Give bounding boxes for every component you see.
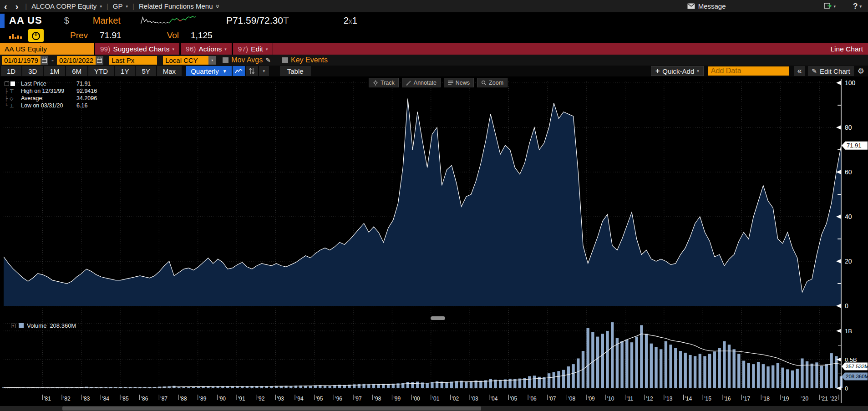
- edit-button[interactable]: 97) Edit ▾: [232, 43, 274, 55]
- key-events-group: Key Events: [282, 56, 328, 64]
- delayed-data-gauge-icon[interactable]: [28, 29, 44, 42]
- tab-6m[interactable]: 6M: [66, 66, 87, 76]
- annotate-pencil-icon: [406, 80, 411, 86]
- bar-chart-type-button[interactable]: [246, 66, 258, 76]
- collapse-box-icon[interactable]: +: [11, 324, 15, 328]
- svg-text:'97: '97: [355, 396, 362, 402]
- svg-text:0: 0: [845, 302, 848, 310]
- envelope-icon: [687, 3, 695, 9]
- ticker-symbol: AA US: [9, 15, 42, 26]
- divider: |: [130, 2, 137, 10]
- start-date-field[interactable]: 01/01/1979: [2, 56, 41, 65]
- legend-label: Average: [21, 95, 76, 101]
- divider: |: [104, 2, 111, 10]
- svg-text:'88: '88: [180, 396, 187, 402]
- divider: |: [22, 2, 30, 10]
- svg-text:'16: '16: [724, 396, 731, 402]
- actions-button[interactable]: 96) Actions ▾: [180, 43, 232, 55]
- function-menu[interactable]: GP ▾: [111, 2, 130, 10]
- svg-text:'20: '20: [802, 396, 809, 402]
- legend-row-last-price: - Last Price 71.91: [5, 80, 97, 87]
- svg-text:'01: '01: [432, 396, 440, 402]
- collapse-box-icon[interactable]: -: [5, 81, 9, 86]
- security-context-tab[interactable]: AA US Equity: [0, 43, 94, 55]
- zoom-button[interactable]: Zoom: [477, 78, 508, 87]
- suggested-charts-button[interactable]: 99) Suggested Charts ▾: [94, 43, 180, 55]
- edit-chart-button[interactable]: ✎ Edit Chart: [808, 66, 853, 76]
- top-menu-bar: ‹ › | ALCOA CORP Equity ▾ | GP ▾ | Relat…: [0, 0, 868, 12]
- chart-settings-row: 01/01/1979 - 02/10/2022 Last Px Local CC…: [0, 55, 868, 66]
- tab-1m[interactable]: 1M: [44, 66, 65, 76]
- panel-layout-indicator[interactable]: 2x1: [344, 15, 357, 26]
- mov-avgs-checkbox[interactable]: [223, 57, 228, 63]
- security-menu-label: ALCOA CORP Equity: [31, 2, 96, 10]
- end-date-field[interactable]: 02/10/2022: [57, 56, 96, 65]
- annotate-button[interactable]: Annotate: [402, 78, 441, 87]
- chevron-down-icon: ▾: [126, 4, 128, 9]
- add-data-input[interactable]: [708, 66, 789, 76]
- svg-text:'98: '98: [374, 396, 381, 402]
- gear-icon[interactable]: ⚙: [857, 66, 868, 76]
- chart-type-dropdown[interactable]: ▾: [259, 66, 269, 76]
- price-type-field[interactable]: Last Px: [109, 56, 157, 65]
- pencil-icon[interactable]: ✎: [265, 56, 271, 64]
- pane-divider-handle[interactable]: [431, 316, 445, 320]
- svg-text:'15: '15: [704, 396, 711, 402]
- legend-label: High on 12/31/99: [21, 88, 76, 94]
- bar-style-icon: [249, 68, 255, 74]
- help-label: ?: [853, 2, 858, 11]
- forward-icon[interactable]: ›: [11, 1, 23, 12]
- tab-1y[interactable]: 1Y: [115, 66, 135, 76]
- legend-value: 34.2096: [76, 95, 97, 101]
- tab-5y[interactable]: 5Y: [136, 66, 156, 76]
- double-chevron-down-icon: »: [214, 5, 221, 8]
- quote-suffix: T: [283, 15, 289, 25]
- tab-ytd[interactable]: YTD: [88, 66, 114, 76]
- svg-text:'03: '03: [471, 396, 478, 402]
- news-button[interactable]: News: [444, 78, 474, 87]
- low-marker-icon: ⊥: [10, 103, 14, 109]
- track-button[interactable]: Track: [369, 78, 399, 87]
- calendar-icon[interactable]: [41, 56, 48, 65]
- svg-text:'83: '83: [83, 396, 90, 402]
- help-menu[interactable]: ? ▾: [853, 2, 862, 11]
- tree-branch: ├: [5, 96, 8, 101]
- mov-avgs-label: Mov Avgs: [231, 56, 263, 64]
- svg-text:'06: '06: [529, 396, 537, 402]
- interval-select[interactable]: Quarterly ▼: [186, 66, 232, 76]
- back-icon[interactable]: ‹: [0, 1, 11, 12]
- tab-3d[interactable]: 3D: [22, 66, 43, 76]
- currency-select[interactable]: Local CCY: [163, 56, 208, 65]
- track-label: Track: [381, 80, 395, 86]
- svg-text:0.5B: 0.5B: [845, 356, 857, 363]
- calendar-icon[interactable]: [96, 56, 103, 65]
- message-button[interactable]: Message: [687, 2, 726, 10]
- line-chart-type-button[interactable]: [233, 66, 245, 76]
- button-label: Suggested Charts: [113, 45, 169, 53]
- svg-text:'81: '81: [44, 396, 51, 402]
- news-lines-icon: [448, 80, 453, 85]
- tab-max[interactable]: Max: [157, 66, 182, 76]
- export-window-button[interactable]: ▾: [824, 3, 836, 10]
- svg-text:'84: '84: [102, 396, 109, 402]
- mini-histogram-icon[interactable]: [9, 32, 22, 39]
- collapse-panel-button[interactable]: «: [794, 66, 805, 76]
- legend-row-high: ├⊤ High on 12/31/99 92.9416: [5, 87, 97, 95]
- key-events-checkbox[interactable]: [282, 57, 288, 63]
- related-functions-menu[interactable]: Related Functions Menu »: [137, 2, 221, 10]
- svg-text:'21: '21: [821, 396, 828, 402]
- table-button[interactable]: Table: [280, 66, 311, 76]
- horizontal-scrollbar-thumb[interactable]: [62, 406, 481, 411]
- prev-value: 71.91: [100, 30, 122, 41]
- chevron-down-icon[interactable]: ▾: [208, 56, 216, 65]
- end-date-group: 02/10/2022: [57, 56, 103, 65]
- quick-add-button[interactable]: + Quick-Add ▾: [651, 66, 704, 76]
- volume-legend[interactable]: + Volume 208.360M: [11, 322, 76, 329]
- line-chart-icon: [235, 68, 243, 74]
- tab-1d[interactable]: 1D: [1, 66, 21, 76]
- security-menu[interactable]: ALCOA CORP Equity ▾: [30, 2, 104, 10]
- svg-text:208.360M: 208.360M: [846, 374, 868, 379]
- price-legend[interactable]: - Last Price 71.91 ├⊤ High on 12/31/99 9…: [5, 80, 97, 109]
- period-toolbar-right: + Quick-Add ▾ « ✎ Edit Chart ⚙: [651, 66, 868, 76]
- prev-label: Prev: [70, 30, 88, 41]
